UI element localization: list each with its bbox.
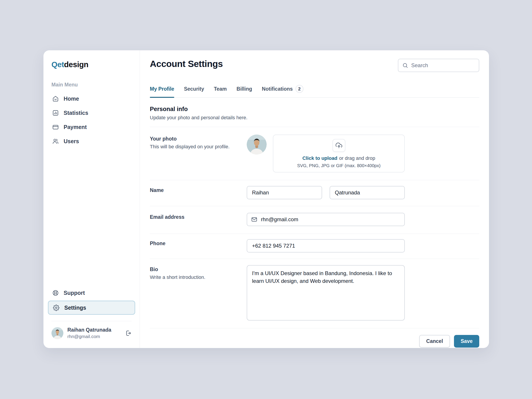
app-window: Qetdesign Main Menu Home Statistics	[44, 50, 489, 348]
sidebar-item-statistics[interactable]: Statistics	[48, 106, 135, 120]
brand-logo: Qetdesign	[48, 60, 135, 69]
first-name-field[interactable]	[247, 186, 322, 199]
cancel-button[interactable]: Cancel	[419, 335, 450, 348]
tab-label: Billing	[236, 86, 252, 92]
main-content: Account Settings My Profile Security Tea…	[140, 50, 489, 348]
sidebar-item-support[interactable]: Support	[48, 286, 135, 300]
tab-billing[interactable]: Billing	[236, 85, 252, 97]
tab-label: Team	[214, 86, 227, 92]
phone-field[interactable]	[247, 239, 405, 253]
user-name: Raihan Qatrunada	[67, 327, 111, 333]
page-title: Account Settings	[150, 59, 223, 69]
email-field[interactable]	[247, 213, 405, 226]
sidebar-nav: Home Statistics Payment	[48, 92, 135, 148]
gear-icon	[53, 304, 59, 311]
logout-icon	[125, 330, 132, 336]
sidebar-section-label: Main Menu	[48, 82, 135, 88]
bar-chart-icon	[52, 110, 59, 116]
bio-label-col: Bio Write a short introduction.	[150, 265, 247, 321]
life-buoy-icon	[52, 290, 59, 296]
section-header: Personal info Update your photo and pers…	[150, 106, 479, 127]
last-name-field[interactable]	[330, 186, 405, 199]
sidebar-item-label: Settings	[64, 304, 86, 311]
search-icon	[402, 63, 408, 68]
upload-instructions-rest: or drag and drop	[339, 155, 375, 161]
phone-field-col	[247, 239, 405, 253]
user-meta: Raihan Qatrunada rhn@gmail.com	[67, 327, 111, 339]
sidebar-item-home[interactable]: Home	[48, 92, 135, 106]
phone-label: Phone	[150, 241, 247, 247]
sidebar-item-users[interactable]: Users	[48, 134, 135, 148]
email-row: Email address	[150, 206, 479, 234]
sidebar-item-label: Statistics	[64, 110, 88, 116]
upload-dropzone[interactable]: Click to upload or drag and drop SVG, PN…	[273, 134, 405, 172]
email-label-col: Email address	[150, 213, 247, 226]
bio-sublabel: Write a short introduction.	[150, 274, 247, 280]
avatar	[51, 327, 63, 339]
sidebar-item-label: Users	[64, 138, 79, 145]
brand-logo-accent: Qet	[51, 60, 64, 69]
profile-photo	[247, 134, 267, 154]
name-row: Name	[150, 180, 479, 206]
name-label: Name	[150, 187, 247, 193]
bio-row: Bio Write a short introduction. I'm a UI…	[150, 259, 479, 328]
upload-cloud-icon	[336, 142, 342, 149]
click-to-upload-link[interactable]: Click to upload	[302, 155, 337, 161]
users-icon	[52, 138, 59, 145]
photo-sublabel: This will be displayed on your profile.	[150, 144, 247, 150]
sidebar-item-payment[interactable]: Payment	[48, 120, 135, 134]
tab-label: Security	[184, 86, 204, 92]
credit-card-icon	[52, 124, 59, 130]
photo-field-col: Click to upload or drag and drop SVG, PN…	[247, 134, 405, 172]
save-button[interactable]: Save	[454, 335, 479, 348]
user-email: rhn@gmail.com	[67, 334, 111, 339]
upload-icon-button[interactable]	[332, 139, 345, 152]
photo-label-col: Your photo This will be displayed on you…	[150, 134, 247, 172]
sidebar-user-card: Raihan Qatrunada rhn@gmail.com	[48, 327, 135, 341]
mail-icon	[251, 216, 257, 222]
tab-label: Notifications	[262, 86, 293, 92]
sidebar-footer-nav: Support Settings	[48, 286, 135, 315]
sidebar: Qetdesign Main Menu Home Statistics	[44, 50, 140, 348]
sidebar-item-label: Payment	[64, 124, 87, 130]
phone-label-col: Phone	[150, 239, 247, 253]
sidebar-item-settings[interactable]: Settings	[48, 301, 135, 315]
brand-logo-rest: design	[64, 60, 89, 69]
bio-textarea[interactable]: I'm a UI/UX Designer based in Bandung, I…	[247, 265, 405, 321]
upload-format-hint: SVG, PNG, JPG or GIF (max. 800×400px)	[297, 163, 380, 168]
bio-field-col: I'm a UI/UX Designer based in Bandung, I…	[247, 265, 405, 321]
tab-label: My Profile	[150, 86, 174, 92]
tab-my-profile[interactable]: My Profile	[150, 85, 174, 97]
main-header: Account Settings	[150, 59, 479, 72]
form-footer: Cancel Save	[150, 328, 479, 348]
email-label: Email address	[150, 214, 247, 220]
name-field-col	[247, 186, 405, 199]
photo-label: Your photo	[150, 136, 247, 142]
tab-bar: My Profile Security Team Billing Notific…	[150, 85, 479, 98]
name-label-col: Name	[150, 186, 247, 199]
photo-row: Your photo This will be displayed on you…	[150, 127, 479, 180]
bio-label: Bio	[150, 266, 247, 272]
search-box[interactable]	[398, 59, 479, 72]
sidebar-item-label: Home	[64, 95, 79, 102]
tab-security[interactable]: Security	[184, 85, 204, 97]
tab-notifications[interactable]: Notifications 2	[262, 85, 303, 97]
tab-team[interactable]: Team	[214, 85, 227, 97]
sidebar-item-label: Support	[64, 290, 85, 296]
home-icon	[52, 95, 59, 102]
logout-button[interactable]	[125, 330, 132, 336]
upload-instructions: Click to upload or drag and drop	[302, 155, 375, 161]
email-field-col	[247, 213, 405, 226]
section-subtitle: Update your photo and personal details h…	[150, 115, 479, 120]
section-title: Personal info	[150, 106, 479, 113]
notifications-count-badge: 2	[296, 85, 304, 93]
phone-row: Phone	[150, 234, 479, 259]
search-input[interactable]	[411, 62, 475, 69]
